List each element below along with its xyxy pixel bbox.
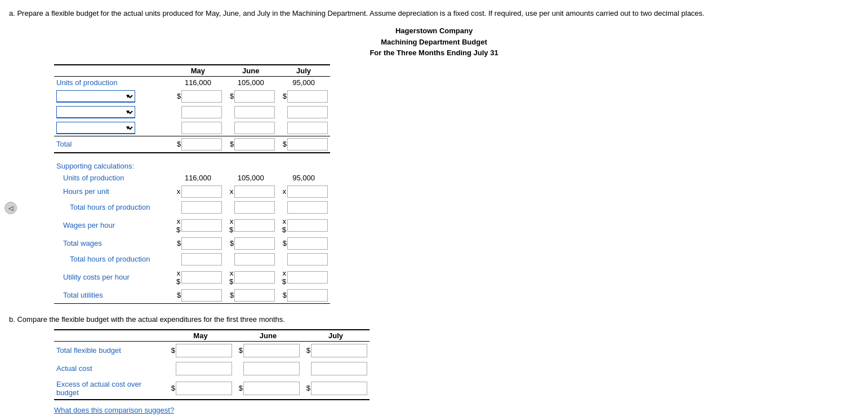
- total-june[interactable]: $: [224, 136, 277, 153]
- utility-costs-june[interactable]: x $: [224, 267, 277, 287]
- utility-costs-july[interactable]: x $: [277, 267, 330, 287]
- actual-cost-june-input[interactable]: [243, 362, 300, 375]
- actual-cost-july[interactable]: [302, 360, 370, 378]
- total-wages-may[interactable]: $: [172, 236, 225, 251]
- nav-arrow-left[interactable]: ◁: [5, 202, 17, 214]
- var-row-1-select[interactable]: [56, 90, 135, 103]
- total-wages-july-input[interactable]: [287, 237, 328, 250]
- var-row-2-june[interactable]: [224, 104, 277, 120]
- excess-cost-june-input[interactable]: [243, 382, 300, 395]
- total-hours-2-june[interactable]: [224, 251, 277, 267]
- var-row-3-may[interactable]: [172, 120, 225, 136]
- hours-per-unit-may[interactable]: x: [172, 184, 225, 200]
- excess-cost-july-input[interactable]: [311, 382, 367, 395]
- total-utilities-may[interactable]: $: [172, 287, 225, 304]
- total-utilities-june[interactable]: $: [224, 287, 277, 304]
- actual-cost-may-input[interactable]: [176, 362, 232, 375]
- var-row-3-july[interactable]: [277, 120, 330, 136]
- total-hours-2-july[interactable]: [277, 251, 330, 267]
- support-units-june: 105,000: [224, 172, 277, 184]
- excess-cost-may-input[interactable]: [176, 382, 232, 395]
- flexible-budget-july-input[interactable]: [311, 344, 367, 357]
- wages-per-hour-may-input[interactable]: [181, 219, 222, 232]
- total-wages-june[interactable]: $: [224, 236, 277, 251]
- flexible-budget-may[interactable]: $: [167, 341, 234, 360]
- total-hours-2-may[interactable]: [172, 251, 225, 267]
- excess-cost-july[interactable]: $: [302, 378, 370, 400]
- total-utilities-may-input[interactable]: [181, 289, 222, 302]
- var-row-3-select[interactable]: [56, 122, 135, 134]
- total-june-input[interactable]: [234, 138, 275, 151]
- var-row-1-may-input[interactable]: [181, 90, 222, 103]
- hours-per-unit-june[interactable]: x: [224, 184, 277, 200]
- flexible-budget-june[interactable]: $: [234, 341, 302, 360]
- var-row-3-july-input[interactable]: [287, 122, 328, 134]
- total-july[interactable]: $: [277, 136, 330, 153]
- flexible-budget-july[interactable]: $: [302, 341, 370, 360]
- var-row-2-june-input[interactable]: [234, 106, 275, 118]
- total-may-input[interactable]: [181, 138, 222, 151]
- total-wages-july[interactable]: $: [277, 236, 330, 251]
- var-row-3-june[interactable]: [224, 120, 277, 136]
- actual-cost-june[interactable]: [234, 360, 302, 378]
- var-row-2-july-input[interactable]: [287, 106, 328, 118]
- excess-cost-june[interactable]: $: [234, 378, 302, 400]
- total-hours-2-may-input[interactable]: [181, 253, 222, 265]
- var-row-2-label[interactable]: ▼: [54, 104, 172, 120]
- total-hours-june[interactable]: [224, 200, 277, 215]
- actual-cost-may[interactable]: [167, 360, 234, 378]
- utility-costs-july-input[interactable]: [287, 271, 328, 284]
- what-suggest-link[interactable]: What does this comparison suggest?: [54, 406, 859, 414]
- hours-per-unit-july-input[interactable]: [287, 185, 328, 198]
- var-row-2-may-input[interactable]: [181, 106, 222, 118]
- total-hours-july-input[interactable]: [287, 201, 328, 214]
- utility-costs-may-input[interactable]: [181, 271, 222, 284]
- utility-costs-june-input[interactable]: [234, 271, 275, 284]
- var-row-3-june-input[interactable]: [234, 122, 275, 134]
- units-production-row: Units of production 116,000 105,000 95,0…: [54, 76, 330, 88]
- var-row-3-may-input[interactable]: [181, 122, 222, 134]
- var-row-2-july[interactable]: [277, 104, 330, 120]
- total-hours-july[interactable]: [277, 200, 330, 215]
- hours-per-unit-may-input[interactable]: [181, 185, 222, 198]
- total-utilities-july-input[interactable]: [287, 289, 328, 302]
- var-row-2-select[interactable]: [56, 106, 135, 118]
- var-row-1-label[interactable]: ▼: [54, 88, 172, 104]
- total-hours-june-input[interactable]: [234, 201, 275, 214]
- total-wages-june-input[interactable]: [234, 237, 275, 250]
- flexible-budget-row: Total flexible budget $ $ $: [54, 341, 370, 360]
- excess-cost-may[interactable]: $: [167, 378, 234, 400]
- var-row-1-july[interactable]: $: [277, 88, 330, 104]
- hours-per-unit-july[interactable]: x: [277, 184, 330, 200]
- hours-per-unit-label: Hours per unit: [54, 184, 172, 200]
- total-hours-2-june-input[interactable]: [234, 253, 275, 265]
- wages-per-hour-june-input[interactable]: [234, 219, 275, 232]
- total-utilities-june-input[interactable]: [234, 289, 275, 302]
- total-hours-may-input[interactable]: [181, 201, 222, 214]
- utility-costs-may[interactable]: x $: [172, 267, 225, 287]
- support-units-july: 95,000: [277, 172, 330, 184]
- total-may[interactable]: $: [172, 136, 225, 153]
- var-row-1-june-input[interactable]: [234, 90, 275, 103]
- wages-per-hour-may[interactable]: x $: [172, 215, 225, 236]
- actual-cost-label: Actual cost: [54, 360, 167, 378]
- wages-per-hour-july[interactable]: x $: [277, 215, 330, 236]
- total-wages-may-input[interactable]: [181, 237, 222, 250]
- total-utilities-july[interactable]: $: [277, 287, 330, 304]
- var-row-1-may[interactable]: $: [172, 88, 225, 104]
- flexible-budget-may-input[interactable]: [176, 344, 232, 357]
- july-header: July: [277, 65, 330, 77]
- flexible-budget-june-input[interactable]: [243, 344, 300, 357]
- wages-per-hour-july-input[interactable]: [287, 219, 328, 232]
- var-row-3-label[interactable]: ▼: [54, 120, 172, 136]
- var-row-1-june[interactable]: $: [224, 88, 277, 104]
- compare-may-header: May: [167, 330, 234, 342]
- total-hours-2-july-input[interactable]: [287, 253, 328, 265]
- var-row-1-july-input[interactable]: [287, 90, 328, 103]
- hours-per-unit-june-input[interactable]: [234, 185, 275, 198]
- actual-cost-july-input[interactable]: [311, 362, 367, 375]
- wages-per-hour-june[interactable]: x $: [224, 215, 277, 236]
- total-july-input[interactable]: [287, 138, 328, 151]
- var-row-2-may[interactable]: [172, 104, 225, 120]
- total-hours-may[interactable]: [172, 200, 225, 215]
